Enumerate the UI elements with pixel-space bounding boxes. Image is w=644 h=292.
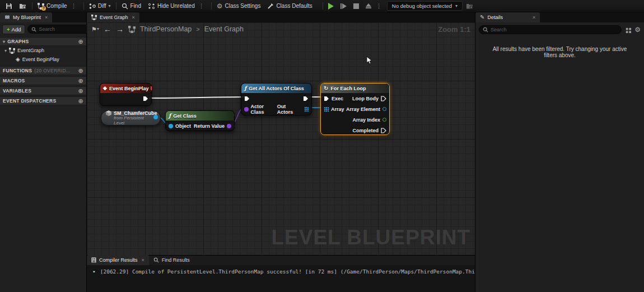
exec-in-pin[interactable]	[244, 96, 250, 101]
hide-unrelated-button[interactable]: Hide Unrelated ⋮	[144, 0, 209, 12]
compile-blueprint-icon: ?	[38, 3, 44, 10]
pencil-icon: ✎	[480, 15, 484, 20]
hide-unrelated-options-dots-icon[interactable]: ⋮	[197, 3, 206, 9]
compiler-log[interactable]: • [2062.29] Compile of PersistentLevel.T…	[87, 265, 475, 292]
play-icon	[328, 3, 334, 10]
find-button[interactable]: Find	[118, 0, 144, 12]
node-event-beginplay[interactable]: ◈ Event BeginPlay	[100, 83, 152, 106]
settings-gear-icon[interactable]: ⚙	[634, 26, 641, 33]
pin-row	[241, 93, 311, 104]
toolbar-separator	[32, 2, 32, 10]
add-button[interactable]: + Add	[2, 25, 25, 34]
array-in-pin[interactable]: Array	[324, 106, 344, 112]
graph-tabstrip: Event Graph ×	[87, 12, 475, 22]
bullet-icon: •	[92, 268, 96, 275]
level-blueprint-watermark: LEVEL BLUEPRINT	[271, 226, 470, 249]
debug-object-dropdown[interactable]: No debug object selected ▾	[387, 1, 463, 11]
caret-down-icon[interactable]: ▾	[4, 48, 7, 53]
caret-down-icon[interactable]: ▾	[3, 39, 5, 44]
folder-search-icon	[19, 3, 27, 10]
stop-button[interactable]	[350, 0, 362, 12]
add-function-icon[interactable]: ⊕	[78, 67, 83, 75]
close-icon[interactable]: ×	[533, 15, 535, 20]
frame-skip-button[interactable]	[337, 0, 350, 12]
bookmarks-icon[interactable]: ⚑▾	[91, 26, 99, 33]
graph-toolbar: ⚑▾ ← → ThirdPersonMap > Event Graph Zoom…	[87, 22, 475, 36]
nav-forward-icon[interactable]: →	[116, 25, 124, 34]
display-filter-icon[interactable]	[625, 27, 631, 33]
section-graphs[interactable]: ▾ GRAPHS ⊕	[0, 37, 86, 46]
out-actors-pin[interactable]: Out Actors	[277, 104, 309, 115]
array-element-pin[interactable]: Array Element	[346, 106, 386, 112]
add-variable-icon[interactable]: ⊕	[78, 87, 83, 95]
breadcrumb-graph[interactable]: Event Graph	[204, 25, 244, 33]
details-search-input[interactable]	[491, 27, 618, 33]
exec-out-pin[interactable]	[303, 96, 309, 101]
node-for-each-loop[interactable]: ↻ For Each Loop Exec Loop Body	[320, 83, 390, 135]
tab-compiler-results[interactable]: Compiler Results ×	[87, 255, 149, 265]
eject-icon	[366, 3, 371, 8]
toolbar-separator	[83, 2, 84, 10]
section-macros[interactable]: MACROS ⊕	[0, 76, 86, 85]
object-out-pin[interactable]	[153, 115, 158, 119]
pin-label: Actor Class	[251, 104, 277, 115]
graph-canvas[interactable]: ⚑▾ ← → ThirdPersonMap > Event Graph Zoom…	[87, 22, 475, 255]
section-suffix: (20 OVERRID...	[34, 68, 71, 73]
details-search[interactable]	[479, 25, 622, 34]
add-graph-icon[interactable]: ⊕	[78, 38, 83, 45]
add-dispatcher-icon[interactable]: ⊕	[78, 98, 83, 105]
browse-debug-object-button[interactable]	[463, 0, 477, 12]
exec-out-pin[interactable]	[143, 96, 148, 101]
compile-button[interactable]: ? Compile ⋮	[34, 0, 82, 12]
tab-label: Find Results	[162, 257, 190, 263]
node-get-all-actors[interactable]: ƒ Get All Actors Of Class	[241, 83, 312, 115]
close-icon[interactable]: ×	[45, 15, 48, 20]
section-functions[interactable]: FUNCTIONS (20 OVERRID... ⊕	[0, 66, 86, 75]
node-sm-chamfercube[interactable]: SM_ChamferCube from Persistent Level	[101, 110, 161, 126]
tab-find-results[interactable]: Find Results	[149, 255, 194, 265]
main-area: My Blueprint × + Add ⚙ ▾ G	[0, 12, 644, 292]
tree-item-eventgraph[interactable]: ▾ EventGraph	[0, 46, 86, 55]
breadcrumb-map[interactable]: ThirdPersonMap	[140, 25, 192, 33]
node-header: ◈ Event BeginPlay	[100, 84, 151, 93]
object-in-pin[interactable]: Object	[169, 123, 191, 129]
tree-item-begin-play[interactable]: ◈ Event BeginPlay	[0, 55, 86, 64]
pin-label: Array	[331, 106, 344, 112]
exec-in-pin[interactable]: Exec	[324, 96, 343, 101]
delegate-pin[interactable]	[151, 86, 152, 90]
tab-my-blueprint[interactable]: My Blueprint ×	[0, 12, 52, 22]
close-icon[interactable]: ×	[132, 15, 135, 20]
nav-back-icon[interactable]: ←	[104, 25, 111, 34]
section-event-dispatchers[interactable]: EVENT DISPATCHERS ⊕	[0, 96, 86, 105]
save-button[interactable]	[2, 0, 16, 12]
tab-details[interactable]: ✎ Details ×	[475, 12, 540, 22]
loop-body-pin[interactable]: Loop Body	[352, 96, 386, 101]
diff-icon	[89, 3, 96, 10]
graph-icon	[91, 15, 97, 20]
loop-icon: ↻	[324, 86, 328, 91]
class-defaults-button[interactable]: Class Defaults	[264, 0, 315, 12]
graph-editor: Event Graph × ⚑▾ ← → ThirdPersonMap >	[87, 12, 475, 292]
toolbar-separator	[116, 2, 116, 10]
eject-button[interactable]	[362, 0, 375, 12]
return-value-pin[interactable]: Return Value	[194, 123, 231, 129]
tree-item-label: Event BeginPlay	[22, 57, 59, 62]
tab-event-graph[interactable]: Event Graph ×	[87, 12, 139, 22]
class-settings-button[interactable]: ⚙ Class Settings	[213, 0, 264, 12]
toolbar-separator	[211, 2, 212, 10]
diff-button[interactable]: Diff ▾	[86, 0, 114, 12]
node-header: ƒ Get All Actors Of Class	[241, 84, 311, 93]
completed-pin[interactable]: Completed	[352, 128, 386, 133]
play-button[interactable]	[325, 0, 337, 12]
actor-class-pin[interactable]: Actor Class	[244, 104, 277, 115]
browse-asset-button[interactable]	[16, 0, 30, 12]
play-options-dots-icon[interactable]: ⋮	[375, 3, 384, 9]
section-variables[interactable]: VARIABLES ⊕	[0, 86, 86, 95]
array-index-pin[interactable]: Array Index	[352, 117, 386, 123]
compile-options-dots-icon[interactable]: ⋮	[69, 3, 78, 9]
node-get-class[interactable]: ƒ Get Class Object Return Value	[165, 110, 235, 131]
pin-row: Exec Loop Body	[321, 93, 389, 104]
close-icon[interactable]: ×	[142, 257, 144, 263]
log-text: [2062.29] Compile of PersistentLevel.Thi…	[100, 268, 475, 275]
add-macro-icon[interactable]: ⊕	[78, 77, 83, 85]
